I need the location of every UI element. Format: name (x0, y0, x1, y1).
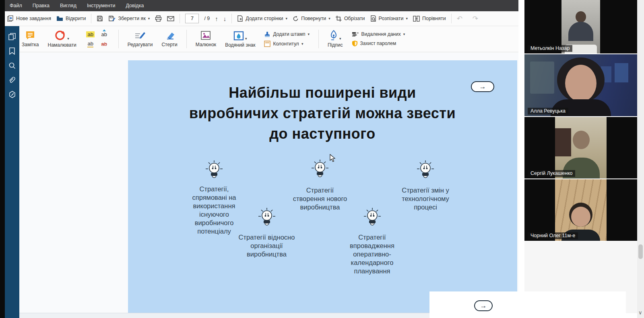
note-label: Замітка (22, 42, 39, 47)
participant-name: Чорний Олег 11м-е (528, 232, 578, 239)
draw-tool-button[interactable]: ▾ Намалювати (48, 30, 76, 48)
stamp-icon (264, 31, 270, 37)
participant-video-tile[interactable]: Сергій Лукашенко (524, 117, 637, 178)
add-stamp-button[interactable]: Додати штамп ▾ (264, 31, 310, 37)
menu-edit[interactable]: Правка (33, 3, 50, 8)
rotate-label: Повернути (301, 16, 326, 21)
participant-video-tile[interactable]: Алла Ревуцька (524, 54, 637, 116)
caret-down-icon[interactable]: ▾ (301, 42, 303, 46)
save-button[interactable] (97, 15, 103, 22)
page-number-input[interactable] (185, 14, 199, 23)
open-label: Відкрити (66, 16, 86, 21)
rotate-button[interactable]: Повернути ▾ (293, 16, 330, 22)
menu-bar: Файл Правка Вигляд Інструменти Довідка (0, 0, 518, 11)
image-tool-button[interactable]: Малюнок (196, 31, 216, 47)
edit-tool-button[interactable]: Редагувати (128, 31, 153, 47)
menu-tools[interactable]: Інструменти (87, 3, 115, 8)
signatures-panel-icon[interactable] (8, 90, 16, 98)
header-footer-icon (264, 41, 270, 47)
next-page-button[interactable]: ↓ (223, 15, 227, 22)
panel-scrollbar[interactable]: ∨ (637, 0, 644, 318)
password-protect-button[interactable]: Захист паролем (352, 40, 405, 47)
slide-next-arrow-button[interactable]: → (474, 300, 493, 311)
lightbulb-icon (311, 159, 329, 180)
compare-icon (413, 16, 420, 22)
pdf-editor-window: Файл Правка Вигляд Інструменти Довідка Н… (0, 0, 518, 318)
menu-file[interactable]: Файл (10, 3, 22, 8)
caret-down-icon[interactable]: ▾ (245, 37, 247, 41)
caret-down-icon[interactable]: ▾ (286, 17, 288, 21)
edit-icon (134, 31, 146, 40)
caret-down-icon[interactable]: ▾ (403, 33, 405, 36)
image-label: Малюнок (196, 42, 216, 47)
crop-label: Обрізати (344, 16, 365, 21)
pages-panel-icon[interactable] (8, 33, 16, 41)
divider (318, 30, 319, 48)
participant-name: Алла Ревуцька (528, 108, 568, 115)
signature-tool-button[interactable]: ▾ Підпис (328, 30, 343, 48)
participant-silhouette (576, 11, 586, 23)
scrollbar-thumb[interactable] (638, 244, 643, 259)
slide-next-arrow-button[interactable]: → (471, 81, 494, 92)
add-pages-button[interactable]: Додати сторінки ▾ (237, 15, 287, 22)
erase-tool-button[interactable]: Стерти (161, 31, 177, 47)
new-task-button[interactable]: Нове завдання (7, 15, 51, 22)
ocr-icon (370, 15, 376, 22)
navigation-rail (5, 26, 19, 318)
slide-page[interactable]: Найбільш поширені види виробничих страте… (128, 60, 517, 313)
menu-view[interactable]: Вигляд (60, 3, 76, 8)
slide-title-line: виробничих стратегій можна звести (153, 103, 491, 123)
rotate-icon (293, 16, 299, 22)
bookmarks-panel-icon[interactable] (8, 47, 16, 55)
background-screen (530, 62, 554, 94)
watermark-tool-button[interactable]: ▾ Водяний знак (225, 30, 255, 48)
email-button[interactable] (167, 16, 174, 21)
strategy-item-label: Стратегії впровадження оперативно-календ… (345, 233, 399, 275)
caret-down-icon[interactable]: ▾ (67, 37, 69, 41)
underline-text-button[interactable]: ab (87, 41, 93, 47)
print-button[interactable] (155, 15, 162, 22)
note-tool-button[interactable]: Замітка (22, 31, 39, 47)
participant-video-tile[interactable]: Чорний Олег 11м-е (524, 179, 637, 241)
next-slide-preview (429, 291, 626, 318)
slide-title-line: Найбільш поширені види (153, 82, 491, 103)
scroll-down-icon[interactable]: ∨ (638, 310, 642, 316)
image-icon (200, 31, 211, 40)
save-as-button[interactable]: Зберегти як ▾ (108, 15, 150, 22)
previous-page-button[interactable]: ↑ (215, 15, 218, 22)
caret-down-icon[interactable]: ▾ (339, 37, 341, 41)
insert-text-button[interactable]: ab (101, 31, 107, 37)
menu-help[interactable]: Довідка (126, 3, 144, 8)
caret-down-icon[interactable]: ▾ (328, 17, 330, 21)
watermark-icon (233, 31, 244, 41)
caret-down-icon[interactable]: ▾ (148, 17, 150, 21)
search-panel-icon[interactable] (8, 62, 16, 70)
divider (231, 14, 232, 23)
lightbulb-icon (416, 160, 435, 181)
header-footer-label: Колонтитул (273, 41, 299, 47)
attachments-panel-icon[interactable] (8, 76, 16, 84)
caret-down-icon[interactable]: ▾ (406, 17, 408, 21)
password-protect-label: Захист паролем (360, 41, 396, 46)
document-viewport[interactable]: Найбільш поширені види виробничих страте… (19, 53, 518, 318)
stamp-header-group: Додати штамп ▾ Колонтитул ▾ (264, 31, 310, 47)
slide-title: Найбільш поширені види виробничих страте… (153, 82, 491, 144)
strikethrough-text-button[interactable]: ab (101, 41, 107, 47)
background-cabinet (555, 128, 571, 156)
recognize-button[interactable]: Розпізнати ▾ (370, 15, 408, 22)
strategy-item-label: Стратегії створення нового виробництва (292, 186, 348, 211)
draw-label: Намалювати (48, 42, 76, 48)
highlight-text-button[interactable]: ab (86, 31, 94, 37)
undo-button[interactable]: ↶ (457, 15, 466, 23)
header-footer-button[interactable]: Колонтитул ▾ (264, 41, 310, 47)
participant-name: Метьолкін Назар (528, 45, 572, 52)
compare-button[interactable]: Порівняти (413, 16, 446, 22)
video-feed (555, 117, 607, 178)
lightbulb-icon (363, 207, 382, 228)
redo-button[interactable]: ↷ (473, 15, 482, 23)
participant-video-tile[interactable]: Метьолкін Назар (524, 0, 637, 53)
caret-down-icon[interactable]: ▾ (308, 33, 310, 36)
crop-button[interactable]: Обрізати (336, 16, 365, 22)
data-removal-button[interactable]: Видалення даних ▾ (352, 31, 405, 37)
open-button[interactable]: Відкрити (56, 16, 86, 21)
